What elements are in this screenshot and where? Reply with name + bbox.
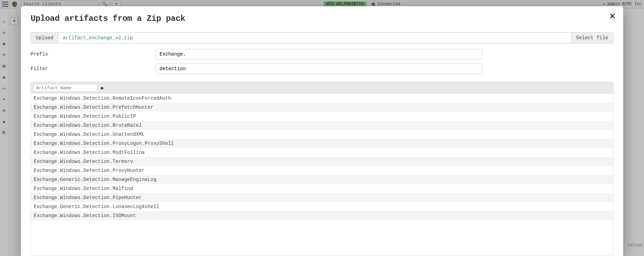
prefix-label: Prefix <box>31 51 156 57</box>
select-file-button[interactable]: Select file <box>571 33 613 43</box>
artifact-row[interactable]: Exchange.Windows.Detection.PrefetchHunte… <box>31 103 613 112</box>
plus-icon: + <box>13 18 16 24</box>
artifact-row[interactable]: Exchange.Windows.Detection.ISOMount <box>31 211 613 220</box>
table-body: Exchange.Windows.Detection.RemoteIconFor… <box>31 94 613 220</box>
artifacts-table: ◆ Exchange.Windows.Detection.RemoteIconF… <box>31 82 613 256</box>
artifact-row[interactable]: Exchange.Windows.Detection.ProxyHunter <box>31 166 613 175</box>
nav-list-icon[interactable]: ≡ <box>1 52 7 58</box>
hamburger-icon[interactable] <box>2 2 8 7</box>
artifact-row[interactable]: Exchange.Windows.Detection.Termsrv <box>31 157 613 166</box>
connection-status: Connected <box>378 2 400 7</box>
nav-shield-icon[interactable]: ⛨ <box>1 130 7 135</box>
add-button[interactable]: + <box>10 17 18 25</box>
nav-refresh-icon[interactable]: ↻ <box>1 30 7 35</box>
filter-label: Filter <box>31 66 156 72</box>
footer-hint-text: tation <box>628 243 643 248</box>
artifact-row[interactable]: Exchange.Generic.Detection.ManageEngineL… <box>31 175 613 184</box>
user-name: admin <box>607 2 620 7</box>
search-icon: 🔍 <box>102 1 107 7</box>
sort-toggle-icon[interactable]: ◆ <box>100 86 104 90</box>
app-logo-icon <box>11 1 18 8</box>
upload-label: Upload <box>31 33 58 43</box>
artifact-row[interactable]: Exchange.Windows.Detection.ProxyLogon.Pr… <box>31 139 613 148</box>
upload-filename: artifact_exchange_v2.zip <box>58 33 571 43</box>
artifact-row[interactable]: Exchange.Windows.Detection.UnattendXML <box>31 130 613 139</box>
modal-close-button[interactable]: ✕ <box>609 13 616 20</box>
prefix-row: Prefix <box>31 49 613 59</box>
artifact-row[interactable]: Exchange.Generic.Detection.LunasecLog4sh… <box>31 202 613 211</box>
prefix-input[interactable] <box>156 49 482 59</box>
nav-clock-icon[interactable]: ◔ <box>1 108 7 113</box>
artifact-row[interactable]: Exchange.Windows.Detection.Malfind <box>31 184 613 193</box>
upload-artifacts-modal: ✕ Upload artifacts from a Zip pack Uploa… <box>21 6 623 256</box>
nav-folder-icon[interactable]: ▾ <box>1 97 7 102</box>
close-icon: ✕ <box>609 12 616 20</box>
nav-home-icon[interactable]: ⌂ <box>1 19 7 24</box>
filter-input[interactable] <box>156 64 482 74</box>
nav-flask-icon[interactable]: ▲ <box>1 119 7 124</box>
artifact-row[interactable]: Exchange.Windows.Detection.BruteRatel <box>31 121 613 130</box>
logout-icon: ↪ <box>603 1 605 7</box>
org-name: ACME Inc <box>622 2 642 7</box>
caret-down-icon: ▾ <box>115 1 117 7</box>
left-nav-rail: ⌂ ↻ ◉ ≡ ▤ ▲ ▭ ▾ ◔ ▲ ⛨ <box>0 8 8 256</box>
artifact-row[interactable]: Exchange.Windows.Detection.PipeHunter <box>31 193 613 202</box>
upload-file-row: Upload artifact_exchange_v2.zip Select f… <box>31 32 613 43</box>
table-header: ◆ <box>31 82 613 94</box>
user-menu[interactable]: ↪ admin ACME Inc <box>603 1 642 7</box>
modal-title: Upload artifacts from a Zip pack <box>31 14 613 23</box>
nav-monitor-icon[interactable]: ▭ <box>1 85 7 91</box>
artifact-row[interactable]: Exchange.Windows.Detection.PublicIP <box>31 112 613 121</box>
connection-indicator-icon <box>372 2 375 6</box>
nav-user-icon[interactable]: ▲ <box>1 74 7 80</box>
nav-clipboard-icon[interactable]: ▤ <box>1 63 7 69</box>
column-filter-input[interactable] <box>34 84 98 92</box>
artifact-row[interactable]: Exchange.Windows.Detection.RemoteIconFor… <box>31 94 613 103</box>
filter-row: Filter <box>31 64 613 74</box>
nav-eye-icon[interactable]: ◉ <box>1 41 7 47</box>
artifact-row[interactable]: Exchange.Windows.Detection.MsdtFollina <box>31 148 613 157</box>
